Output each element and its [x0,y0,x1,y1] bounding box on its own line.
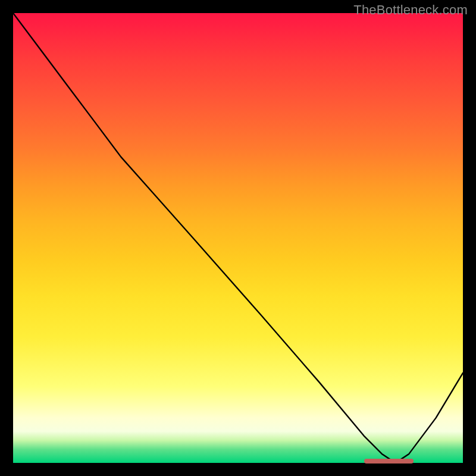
curve-layer [13,13,463,463]
bottleneck-curve [13,13,463,463]
watermark-text: TheBottleneck.com [353,2,468,18]
chart-stage: TheBottleneck.com [0,0,476,476]
plot-area [13,13,463,463]
optimal-marker [364,459,414,464]
